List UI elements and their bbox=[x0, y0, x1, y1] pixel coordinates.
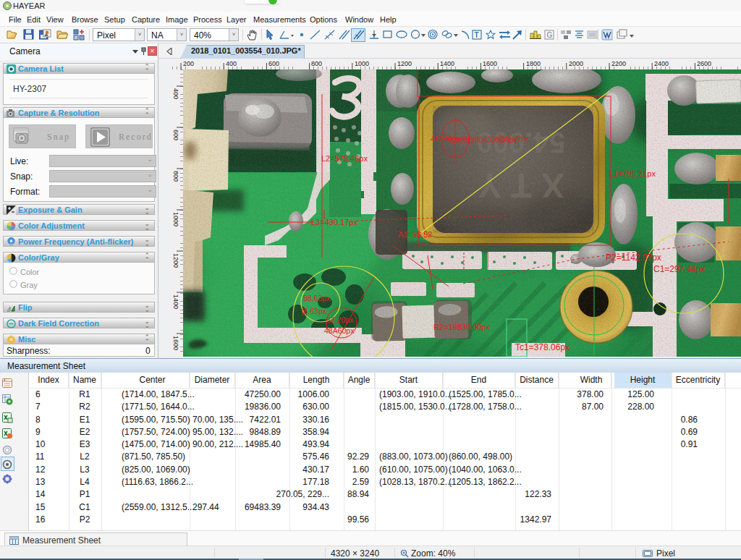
svg-text:400: 400 bbox=[172, 88, 179, 99]
svg-text:1800: 1800 bbox=[526, 60, 541, 67]
svg-text:Tc1=378.06px: Tc1=378.06px bbox=[515, 342, 569, 352]
svg-text:P2=1142.97px: P2=1142.97px bbox=[606, 253, 661, 263]
svg-text:1600: 1600 bbox=[172, 336, 179, 350]
svg-text:L3=430.17px: L3=430.17px bbox=[311, 218, 357, 226]
svg-text:1000: 1000 bbox=[355, 60, 369, 67]
svg-text:2200: 2200 bbox=[611, 60, 626, 67]
svg-text:2400: 2400 bbox=[654, 60, 669, 67]
svg-text:G: G bbox=[546, 31, 552, 39]
svg-text:1000: 1000 bbox=[172, 212, 179, 226]
svg-text:48A60px: 48A60px bbox=[324, 326, 355, 335]
svg-text:1400: 1400 bbox=[172, 294, 179, 309]
svg-text:L1=705.21px: L1=705.21px bbox=[609, 169, 656, 178]
svg-text:2000: 2000 bbox=[569, 60, 583, 67]
svg-text:(8.63px: (8.63px bbox=[301, 307, 327, 315]
svg-text:L2=575.46px: L2=575.46px bbox=[321, 154, 368, 163]
svg-text:1600: 1600 bbox=[483, 60, 497, 67]
svg-text:R2=19836.00px: R2=19836.00px bbox=[433, 323, 490, 331]
svg-text:×300.00px: ×300.00px bbox=[494, 135, 528, 143]
svg-text:600: 600 bbox=[268, 60, 279, 67]
svg-text:1200: 1200 bbox=[397, 60, 412, 67]
svg-text:T: T bbox=[475, 31, 479, 39]
svg-text:88.63px: 88.63px bbox=[303, 294, 331, 302]
svg-text:2600: 2600 bbox=[697, 60, 711, 67]
svg-text:A1=56.52: A1=56.52 bbox=[398, 230, 432, 239]
svg-text:800: 800 bbox=[172, 171, 179, 182]
svg-text:600: 600 bbox=[172, 130, 179, 140]
svg-text:32.20px: 32.20px bbox=[326, 315, 354, 324]
svg-text:C1=297.44px: C1=297.44px bbox=[653, 264, 706, 274]
svg-text:1200: 1200 bbox=[172, 253, 179, 268]
svg-text:200: 200 bbox=[183, 60, 194, 67]
svg-text:1400: 1400 bbox=[440, 60, 454, 67]
svg-text:800: 800 bbox=[311, 60, 322, 67]
svg-text:400: 400 bbox=[226, 60, 237, 67]
